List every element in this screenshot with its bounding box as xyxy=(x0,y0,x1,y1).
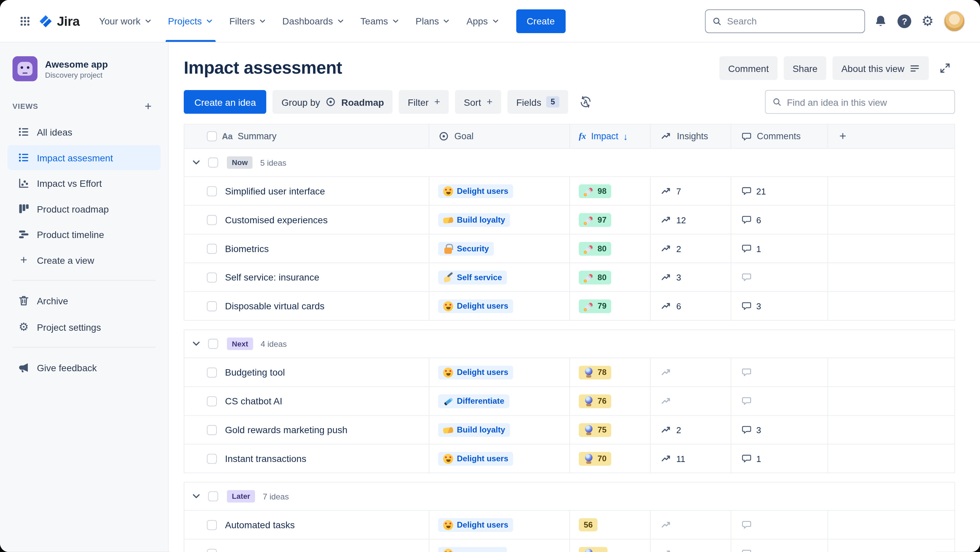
nav-dashboards[interactable]: Dashboards xyxy=(274,0,352,42)
sidebar-item-product-roadmap[interactable]: Product roadmap xyxy=(7,196,160,221)
sidebar-item-all-ideas[interactable]: All ideas xyxy=(7,119,160,145)
group-by-button[interactable]: Group by Roadmap xyxy=(273,90,393,114)
nav-filters[interactable]: Filters xyxy=(221,0,274,42)
table-row[interactable]: Automated tasks Delight users 56 xyxy=(185,510,955,539)
nav-teams[interactable]: Teams xyxy=(352,0,408,42)
column-header-impact[interactable]: fx Impact ↓ xyxy=(570,124,651,148)
table-row[interactable]: Self service: insurance Self service 80 … xyxy=(185,262,955,291)
table-row[interactable]: Budgeting tool Delight users 78 xyxy=(185,358,955,386)
goal-chip[interactable]: Build loyalty xyxy=(438,423,510,436)
impact-chip[interactable]: 70 xyxy=(579,452,611,465)
group-section-now: Now 5 ideas Simplified user interface De… xyxy=(184,149,955,321)
table-row[interactable]: Simplified user interface Delight users … xyxy=(185,177,955,205)
goal-chip[interactable] xyxy=(438,547,507,552)
row-checkbox[interactable] xyxy=(207,301,217,311)
notifications-button[interactable] xyxy=(874,14,888,28)
find-idea-search[interactable] xyxy=(765,90,955,114)
row-checkbox[interactable] xyxy=(207,186,217,196)
fullscreen-button[interactable] xyxy=(935,58,955,78)
impact-chip[interactable]: 56 xyxy=(579,518,598,531)
row-checkbox[interactable] xyxy=(207,367,217,377)
nav-plans[interactable]: Plans xyxy=(407,0,458,42)
auto-sort-button[interactable] xyxy=(574,91,597,113)
impact-chip[interactable]: 98 xyxy=(579,184,611,198)
column-header-goal[interactable]: Goal xyxy=(430,124,570,148)
column-header-summary[interactable]: Aa Summary xyxy=(185,124,430,148)
row-checkbox[interactable] xyxy=(207,520,217,530)
table-row[interactable]: Biometrics Security 80 2 1 xyxy=(185,234,955,262)
nav-label: Your work xyxy=(99,16,141,27)
row-checkbox[interactable] xyxy=(207,396,217,406)
row-checkbox[interactable] xyxy=(207,272,217,282)
table-row[interactable]: Disposable virtual cards Delight users 7… xyxy=(185,291,955,320)
sidebar-item-impact-assessment[interactable]: Impact assesment xyxy=(7,145,160,170)
nav-your-work[interactable]: Your work xyxy=(91,0,160,42)
row-checkbox[interactable] xyxy=(207,549,217,552)
impact-chip[interactable]: 80 xyxy=(579,270,611,284)
goal-chip[interactable]: Delight users xyxy=(438,452,514,465)
table-row[interactable]: Customised experiences Build loyalty 97 … xyxy=(185,205,955,234)
row-checkbox[interactable] xyxy=(207,215,217,224)
collapse-group-button[interactable] xyxy=(189,337,203,351)
table-row[interactable]: Instant transactions Delight users 70 11… xyxy=(185,444,955,472)
fields-button[interactable]: Fields 5 xyxy=(508,90,568,114)
collapse-group-button[interactable] xyxy=(189,156,203,169)
app-switcher-button[interactable] xyxy=(15,11,35,31)
find-idea-input[interactable] xyxy=(787,97,948,107)
table-row-partial[interactable] xyxy=(185,539,955,552)
add-view-button[interactable]: + xyxy=(141,99,156,114)
impact-chip[interactable]: 78 xyxy=(579,365,611,379)
column-header-comments[interactable]: Comments xyxy=(731,124,828,148)
global-search-input[interactable] xyxy=(727,16,858,27)
comment-button[interactable]: Comment xyxy=(719,56,778,80)
goal-chip[interactable]: Delight users xyxy=(438,365,514,379)
group-checkbox[interactable] xyxy=(208,339,218,349)
add-column-button[interactable]: + xyxy=(839,130,846,143)
impact-chip[interactable]: 76 xyxy=(579,394,611,408)
global-search[interactable] xyxy=(705,9,865,33)
row-checkbox[interactable] xyxy=(207,425,217,435)
sidebar-item-project-settings[interactable]: ⚙ Project settings xyxy=(7,314,160,339)
sidebar-item-product-timeline[interactable]: Product timeline xyxy=(7,222,160,247)
impact-chip[interactable]: 80 xyxy=(579,242,611,255)
goal-chip[interactable]: Differentiate xyxy=(438,394,509,408)
sidebar-item-archive[interactable]: Archive xyxy=(7,288,160,313)
impact-chip[interactable]: 75 xyxy=(579,423,611,436)
row-checkbox[interactable] xyxy=(207,243,217,253)
goal-chip[interactable]: Security xyxy=(438,242,494,255)
impact-chip[interactable]: 97 xyxy=(579,213,611,227)
nav-projects[interactable]: Projects xyxy=(160,0,221,42)
sidebar-item-label: All ideas xyxy=(37,127,72,137)
sidebar-item-give-feedback[interactable]: Give feedback xyxy=(7,355,160,380)
jira-logo[interactable]: Jira xyxy=(39,13,80,29)
impact-chip[interactable]: 79 xyxy=(579,299,611,313)
impact-chip[interactable] xyxy=(579,547,608,552)
goal-chip[interactable]: Build loyalty xyxy=(438,213,510,227)
sort-button[interactable]: Sort + xyxy=(455,90,501,114)
nav-label: Projects xyxy=(168,16,202,27)
goal-chip[interactable]: Delight users xyxy=(438,518,514,531)
collapse-group-button[interactable] xyxy=(189,489,203,503)
settings-button[interactable]: ⚙ xyxy=(921,14,934,28)
nav-apps[interactable]: Apps xyxy=(458,0,507,42)
goal-chip[interactable]: Delight users xyxy=(438,184,514,198)
sidebar-item-impact-vs-effort[interactable]: Impact vs Effort xyxy=(7,171,160,196)
group-checkbox[interactable] xyxy=(208,492,218,501)
user-avatar[interactable] xyxy=(944,10,965,32)
table-row[interactable]: Gold rewards marketing push Build loyalt… xyxy=(185,415,955,444)
create-button[interactable]: Create xyxy=(516,9,566,33)
filter-button[interactable]: Filter + xyxy=(399,90,449,114)
about-this-view-button[interactable]: About this view xyxy=(833,56,929,80)
group-checkbox[interactable] xyxy=(208,157,218,168)
column-header-insights[interactable]: Insights xyxy=(651,124,731,148)
select-all-checkbox[interactable] xyxy=(207,131,217,141)
share-button[interactable]: Share xyxy=(784,56,826,80)
sidebar-item-create-a-view[interactable]: + Create a view xyxy=(7,247,160,272)
goal-chip[interactable]: Delight users xyxy=(438,299,514,313)
goal-chip[interactable]: Self service xyxy=(438,270,507,284)
project-header[interactable]: Awesome app Discovery project xyxy=(0,55,168,91)
help-button[interactable]: ? xyxy=(898,14,912,28)
table-row[interactable]: CS chatbot AI Differentiate 76 xyxy=(185,386,955,415)
create-idea-button[interactable]: Create an idea xyxy=(184,90,266,114)
row-checkbox[interactable] xyxy=(207,453,217,464)
